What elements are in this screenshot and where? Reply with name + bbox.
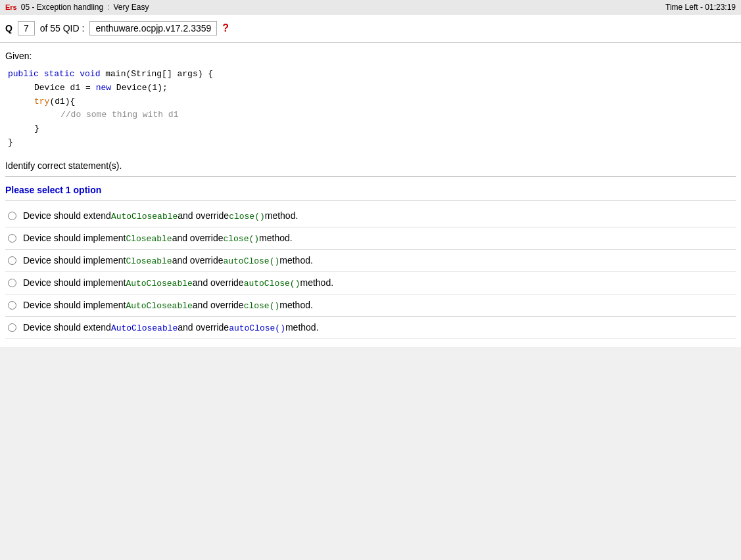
question-text: Identify correct statement(s). <box>5 160 736 177</box>
option-F[interactable]: Device should extend AutoCloseable and o… <box>5 317 736 339</box>
option-B[interactable]: Device should implementCloseableand over… <box>5 227 736 250</box>
top-bar: Ers 05 - Exception handling : Very Easy … <box>0 0 741 14</box>
radio-E[interactable] <box>8 301 16 310</box>
options-list: Device should extendAutoCloseableand ove… <box>5 205 736 339</box>
radio-B[interactable] <box>8 234 16 243</box>
radio-D[interactable] <box>8 279 16 287</box>
radio-A[interactable] <box>8 212 16 220</box>
code-block: public static void main(String[] args) {… <box>5 68 736 150</box>
code-line-3: try(d1){ <box>8 95 736 109</box>
option-F-text: Device should extend AutoCloseable and o… <box>23 322 319 333</box>
option-A[interactable]: Device should extendAutoCloseableand ove… <box>5 205 736 227</box>
q-of: of 55 QID : <box>40 23 85 34</box>
q-number: 7 <box>18 21 35 35</box>
code-line-4: //do some thing with d1 <box>8 108 736 122</box>
option-D-text: Device should implementAutoCloseableand … <box>23 277 333 289</box>
time-left: Time Left - 01:23:19 <box>665 3 736 12</box>
code-line-5: } <box>8 122 736 136</box>
radio-F[interactable] <box>8 323 16 332</box>
option-E[interactable]: Device should implementAutoCloseableand … <box>5 294 736 317</box>
main-content: Given: public static void main(String[] … <box>0 43 741 347</box>
difficulty-label: Very Easy <box>114 3 149 12</box>
q-id: enthuware.ocpjp.v17.2.3359 <box>89 21 217 35</box>
option-B-text: Device should implementCloseableand over… <box>23 233 293 244</box>
section-number: 05 - Exception handling <box>21 3 103 12</box>
q-label: Q <box>5 23 12 34</box>
q-help-button[interactable]: ? <box>222 22 229 34</box>
option-E-text: Device should implementAutoCloseableand … <box>23 300 313 311</box>
code-line-6: } <box>8 136 736 150</box>
separator: : <box>107 3 109 12</box>
error-icon: Ers <box>5 3 17 11</box>
select-instruction: Please select 1 option <box>5 179 736 201</box>
given-label: Given: <box>5 51 736 61</box>
question-header: Q 7 of 55 QID : enthuware.ocpjp.v17.2.33… <box>0 14 741 43</box>
code-line-2: Device d1 = new Device(1); <box>8 82 736 95</box>
option-D[interactable]: Device should implementAutoCloseableand … <box>5 272 736 294</box>
radio-C[interactable] <box>8 256 16 265</box>
option-A-text: Device should extendAutoCloseableand ove… <box>23 210 298 222</box>
option-C-text: Device should implementCloseableand over… <box>23 255 313 266</box>
code-line-1: public static void main(String[] args) { <box>8 68 736 82</box>
option-C[interactable]: Device should implementCloseableand over… <box>5 250 736 272</box>
